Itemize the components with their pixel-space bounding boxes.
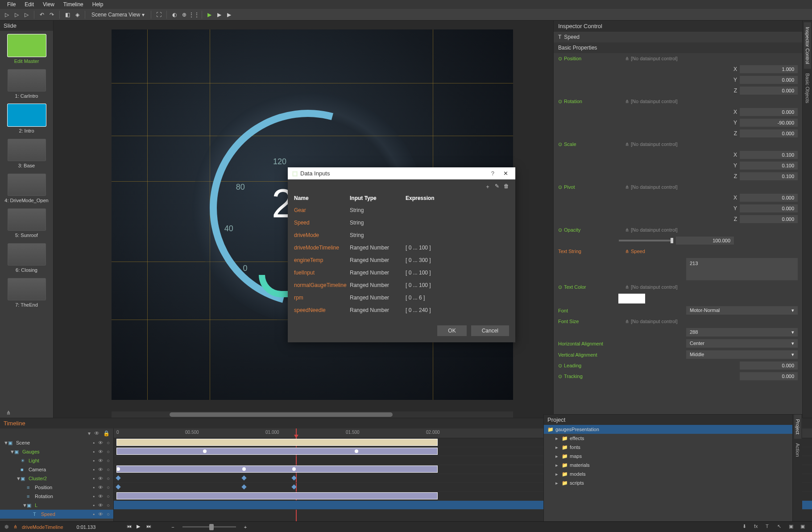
tree-row-light[interactable]: ☀Light▪👁○ xyxy=(0,456,113,465)
preview-next-icon[interactable]: ▶ xyxy=(215,11,224,19)
textcolor-swatch[interactable] xyxy=(618,294,645,303)
cursor-icon[interactable]: ↖ xyxy=(777,524,784,531)
opacity-slider[interactable] xyxy=(619,240,672,241)
forward-icon[interactable]: ⏭ xyxy=(146,524,153,531)
project-folder-fonts[interactable]: ▸📁fonts xyxy=(544,443,792,452)
lock-icon[interactable]: ○ xyxy=(107,485,110,490)
datainput-row-Gear[interactable]: GearString xyxy=(294,204,509,216)
viewport-scrollbar[interactable] xyxy=(112,411,513,418)
keyframe[interactable] xyxy=(291,484,296,489)
rewind-icon[interactable]: ⏮ xyxy=(127,524,134,531)
keyframe[interactable] xyxy=(292,467,296,471)
datainput-row-driveMode[interactable]: driveModeString xyxy=(294,229,509,241)
tab-inspector-control[interactable]: Inspector Control xyxy=(804,22,811,69)
dialog-titlebar[interactable]: ⬚ Data Inputs ? ✕ xyxy=(288,167,515,179)
eye-icon[interactable]: 👁 xyxy=(98,476,103,481)
fontsize-select[interactable]: 288▾ xyxy=(686,328,798,337)
eye-icon[interactable]: 👁 xyxy=(98,458,103,463)
caret-icon[interactable]: ▸ xyxy=(555,436,560,441)
lock-icon[interactable]: ○ xyxy=(107,458,110,463)
selectitem-icon[interactable]: ◈ xyxy=(73,11,81,19)
project-folder-maps[interactable]: ▸📁maps xyxy=(544,452,792,461)
cancel-button[interactable]: Cancel xyxy=(471,325,509,336)
zoom-in-icon[interactable]: + xyxy=(244,524,247,530)
tree-row-scene[interactable]: ▼▣Scene▪👁○ xyxy=(0,438,113,447)
tracking-input[interactable]: 0.000 xyxy=(740,372,798,380)
timeline-clip[interactable] xyxy=(116,439,438,446)
timeline-clip[interactable] xyxy=(116,492,438,499)
keyframe[interactable] xyxy=(241,475,246,480)
valign-select[interactable]: Middle▾ xyxy=(686,350,798,359)
keyframe[interactable] xyxy=(355,449,358,453)
share-icon[interactable]: ⋔ xyxy=(6,410,11,416)
record-icon[interactable]: ⬢ xyxy=(4,524,9,530)
keyframe[interactable] xyxy=(241,484,246,489)
keyframe[interactable] xyxy=(203,449,207,453)
playhead-handle[interactable] xyxy=(294,435,298,438)
preview-end-icon[interactable]: ▶ xyxy=(225,11,233,19)
lock-icon[interactable]: ○ xyxy=(107,449,110,454)
fx-icon[interactable]: fx xyxy=(754,524,761,531)
delete-icon[interactable]: 🗑 xyxy=(504,183,509,191)
play-icon[interactable]: ▶ xyxy=(137,524,144,531)
tree-row-camera[interactable]: ■Camera▪👁○ xyxy=(0,465,113,474)
project-folder-models[interactable]: ▸📁models xyxy=(544,470,792,478)
datainput-row-driveModeTimeline[interactable]: driveModeTimelineRanged Number[ 0 ... 10… xyxy=(294,241,509,254)
pivot-z-input[interactable]: 0.000 xyxy=(740,215,798,223)
caret-icon[interactable]: ▸ xyxy=(555,471,560,477)
scale-x-input[interactable]: 0.100 xyxy=(740,151,798,159)
slide-item-1[interactable]: 1: CarIntro xyxy=(0,66,53,100)
menu-edit[interactable]: Edit xyxy=(20,1,38,8)
lock-icon[interactable]: ○ xyxy=(107,511,110,517)
datainput-icon[interactable]: ⋔ xyxy=(13,524,17,530)
group-icon[interactable]: ▣ xyxy=(789,524,796,531)
help-icon[interactable]: ? xyxy=(488,170,498,177)
tree-row-position[interactable]: ≡Position▪👁○ xyxy=(0,483,113,492)
datainput-row-engineTemp[interactable]: engineTempRanged Number[ 0 ... 300 ] xyxy=(294,254,509,266)
scale-z-input[interactable]: 0.100 xyxy=(740,172,798,180)
pivot-y-input[interactable]: 0.000 xyxy=(740,204,798,212)
lock-icon[interactable]: ○ xyxy=(107,503,110,508)
close-icon[interactable]: ✕ xyxy=(501,170,511,177)
timeline-clip[interactable] xyxy=(116,448,438,455)
eye-icon[interactable]: 👁 xyxy=(98,440,103,445)
camera-view-select[interactable]: Scene Camera View ▾ xyxy=(89,12,147,18)
rotation-z-input[interactable]: 0.000 xyxy=(740,129,798,137)
slider-knob[interactable] xyxy=(671,238,673,243)
slide-item-3[interactable]: 3: Base xyxy=(0,135,53,170)
eye-icon[interactable]: 👁 xyxy=(98,467,103,472)
slide-item-7[interactable]: 7: TheEnd xyxy=(0,274,53,309)
datainput-row-Speed[interactable]: SpeedString xyxy=(294,216,509,229)
add-icon[interactable]: ＋ xyxy=(485,183,490,191)
zoom-slider[interactable] xyxy=(182,526,236,528)
selectgroup-icon[interactable]: ◧ xyxy=(63,11,71,19)
slide-master[interactable]: Edit Master xyxy=(0,31,53,66)
datainput-link[interactable]: ⋔ [No datainput control] xyxy=(625,184,705,190)
edit-icon[interactable]: ✎ xyxy=(495,183,499,191)
lock-icon[interactable]: 🔒 xyxy=(103,430,110,436)
lock-icon[interactable]: ○ xyxy=(107,440,110,445)
rotation-y-input[interactable]: -90.000 xyxy=(740,119,798,127)
keyframe[interactable] xyxy=(291,475,296,480)
tree-row-rotation[interactable]: ≡Rotation▪👁○ xyxy=(0,492,113,501)
undo-icon[interactable]: ↶ xyxy=(38,11,46,19)
lock-icon[interactable]: ○ xyxy=(107,494,110,499)
slide-item-5[interactable]: 5: Sunroof xyxy=(0,205,53,240)
warning-icon[interactable]: ▣ xyxy=(800,524,808,531)
shy-icon[interactable]: ▪ xyxy=(93,476,95,481)
eye-icon[interactable]: 👁 xyxy=(98,449,103,454)
eye-icon[interactable]: 👁 xyxy=(98,511,103,517)
filter-icon[interactable]: ▾ xyxy=(88,430,91,436)
eye-icon[interactable]: 👁 xyxy=(98,485,103,490)
caret-icon[interactable]: ▸ xyxy=(555,453,560,459)
position-z-input[interactable]: 0.000 xyxy=(740,87,798,95)
shy-icon[interactable]: ▪ xyxy=(93,458,95,463)
datainput-row-rpm[interactable]: rpmRanged Number[ 0 ... 6 ] xyxy=(294,291,509,304)
project-folder-scripts[interactable]: ▸📁scripts xyxy=(544,478,792,487)
rotation-x-input[interactable]: 0.000 xyxy=(740,108,798,116)
shy-icon[interactable]: ▪ xyxy=(93,503,95,508)
caret-icon[interactable]: ▸ xyxy=(555,480,560,486)
menu-file[interactable]: File xyxy=(3,1,20,8)
leading-input[interactable]: 0.000 xyxy=(740,362,798,370)
caret-icon[interactable]: ▸ xyxy=(555,445,560,450)
